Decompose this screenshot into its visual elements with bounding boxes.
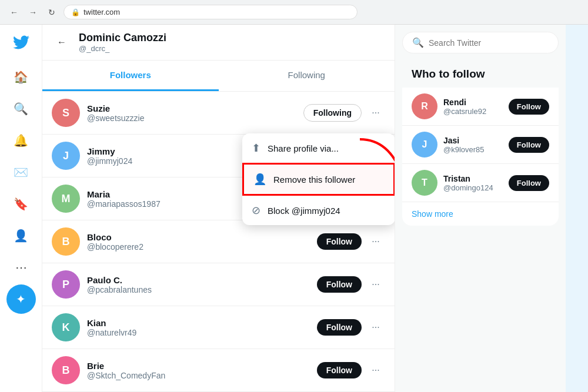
block-icon: ⊘ [252, 204, 260, 217]
more-options-button[interactable]: ··· [366, 318, 385, 337]
profile-handle: @_dcrc_ [79, 44, 166, 53]
who-to-follow-title: Who to follow [402, 61, 559, 88]
list-item: B Bloco @blocoperere2 Follow ··· [42, 220, 395, 263]
dropdown-menu: ⬆ Share profile via... 👤 Remove this fol… [242, 133, 395, 225]
follower-actions: Follow ··· [317, 275, 385, 294]
suggestion-handle: @k9lover85 [443, 145, 503, 154]
follower-handle: @Sktch_ComedyFan [87, 371, 310, 380]
follower-handle: @blocoperere2 [87, 242, 310, 252]
sidebar: 🏠 🔍 🔔 ✉️ 🔖 👤 ⋯ ✦ [0, 25, 42, 392]
dropdown-block-label: Block @jimmyj024 [268, 206, 340, 216]
suggestion-info: Rendi @catsrule92 [443, 98, 503, 116]
more-options-button[interactable]: ··· [366, 275, 385, 294]
profile-header: ← Dominic Camozzi @_dcrc_ [42, 25, 395, 61]
follower-name: Suzie [87, 103, 296, 113]
sidebar-item-tweet[interactable]: ✦ [6, 284, 36, 314]
app-container: 🏠 🔍 🔔 ✉️ 🔖 👤 ⋯ ✦ ← Dominic Camozzi @_dcr… [0, 25, 588, 392]
suggestion-item: T Tristan @domingo124 Follow [402, 164, 559, 202]
follower-handle: @naturelvr49 [87, 328, 310, 337]
suggestion-handle: @catsrule92 [443, 107, 503, 116]
sidebar-item-home[interactable]: 🏠 [6, 62, 36, 92]
follow-button[interactable]: Follow [317, 319, 362, 336]
url-text: twitter.com [83, 8, 120, 16]
avatar: K [52, 313, 80, 341]
suggestion-handle: @domingo124 [443, 183, 503, 192]
more-options-button[interactable]: ··· [366, 361, 385, 380]
follower-info: Suzie @sweetsuzzzie [87, 103, 296, 123]
who-to-follow-section: Who to follow R Rendi @catsrule92 Follow… [402, 61, 559, 226]
list-item: B Brie @Sktch_ComedyFan Follow ··· [42, 349, 395, 392]
profile-back-button[interactable]: ← [52, 32, 72, 52]
tab-following[interactable]: Following [219, 61, 395, 91]
dropdown-item-remove[interactable]: 👤 Remove this follower [242, 163, 395, 196]
right-sidebar: 🔍 Who to follow R Rendi @catsrule92 Foll… [395, 25, 566, 392]
suggestion-avatar: T [412, 170, 437, 196]
twitter-logo[interactable] [8, 29, 34, 55]
dropdown-remove-label: Remove this follower [273, 175, 355, 185]
suggestion-info: Tristan @domingo124 [443, 174, 503, 192]
show-more-link[interactable]: Show more [402, 202, 559, 226]
follower-handle: @sweetsuzzzie [87, 113, 296, 123]
follow-button[interactable]: Follow [317, 233, 362, 250]
follower-name: Brie [87, 361, 310, 371]
avatar: J [52, 142, 80, 170]
list-item: K Kian @naturelvr49 Follow ··· [42, 306, 395, 349]
follow-suggestion-button[interactable]: Follow [509, 137, 549, 153]
follower-actions: Following ··· [303, 103, 385, 122]
sidebar-item-notifications[interactable]: 🔔 [6, 126, 36, 155]
suggestion-info: Jasi @k9lover85 [443, 136, 503, 154]
dropdown-item-share[interactable]: ⬆ Share profile via... [242, 133, 395, 163]
remove-follower-icon: 👤 [253, 173, 266, 186]
lock-icon: 🔒 [71, 8, 80, 16]
tab-followers[interactable]: Followers [42, 61, 219, 91]
sidebar-item-explore[interactable]: 🔍 [6, 94, 36, 123]
sidebar-item-profile[interactable]: 👤 [6, 221, 36, 250]
avatar: M [52, 185, 80, 213]
profile-header-info: Dominic Camozzi @_dcrc_ [79, 32, 166, 53]
following-button[interactable]: Following [303, 104, 362, 122]
follower-name: Kian [87, 318, 310, 328]
forward-button[interactable]: → [26, 5, 40, 19]
follower-handle: @pcabralantunes [87, 285, 310, 294]
dropdown-share-label: Share profile via... [268, 143, 339, 153]
sidebar-item-messages[interactable]: ✉️ [6, 158, 36, 187]
follower-info: Kian @naturelvr49 [87, 318, 310, 337]
suggestion-name: Jasi [443, 136, 503, 145]
avatar: P [52, 270, 80, 299]
suggestion-name: Rendi [443, 98, 503, 107]
suggestion-avatar: R [412, 93, 437, 119]
avatar: B [52, 356, 80, 384]
follower-info: Brie @Sktch_ComedyFan [87, 361, 310, 380]
address-bar[interactable]: 🔒 twitter.com [64, 5, 358, 19]
list-item: P Paulo C. @pcabralantunes Follow ··· [42, 263, 395, 306]
refresh-button[interactable]: ↻ [45, 5, 59, 19]
follow-button[interactable]: Follow [317, 276, 362, 293]
follower-info: Paulo C. @pcabralantunes [87, 275, 310, 294]
dropdown-item-block[interactable]: ⊘ Block @jimmyj024 [242, 196, 395, 225]
browser-chrome: ← → ↻ 🔒 twitter.com [0, 0, 588, 25]
suggestion-name: Tristan [443, 174, 503, 183]
follower-info: Bloco @blocoperere2 [87, 232, 310, 252]
share-icon: ⬆ [252, 142, 260, 155]
tabs: Followers Following [42, 61, 395, 92]
follower-name: Paulo C. [87, 275, 310, 285]
suggestion-item: J Jasi @k9lover85 Follow [402, 126, 559, 164]
search-icon: 🔍 [412, 37, 424, 48]
follow-suggestion-button[interactable]: Follow [509, 99, 549, 115]
suggestion-avatar: J [412, 132, 437, 158]
back-button[interactable]: ← [7, 5, 21, 19]
search-input[interactable] [429, 38, 549, 48]
sidebar-item-more[interactable]: ⋯ [6, 253, 36, 282]
follow-suggestion-button[interactable]: Follow [509, 175, 549, 191]
more-options-button[interactable]: ··· [366, 232, 385, 251]
more-options-button[interactable]: ··· [366, 103, 385, 122]
search-bar[interactable]: 🔍 [402, 32, 559, 53]
sidebar-item-bookmarks[interactable]: 🔖 [6, 189, 36, 219]
main-content: ← Dominic Camozzi @_dcrc_ Followers Foll… [42, 25, 395, 392]
follower-actions: Follow ··· [317, 232, 385, 251]
avatar: S [52, 99, 80, 127]
follow-button[interactable]: Follow [317, 362, 362, 378]
suggestion-item: R Rendi @catsrule92 Follow [402, 88, 559, 126]
follower-actions: Follow ··· [317, 318, 385, 337]
avatar: B [52, 227, 80, 256]
